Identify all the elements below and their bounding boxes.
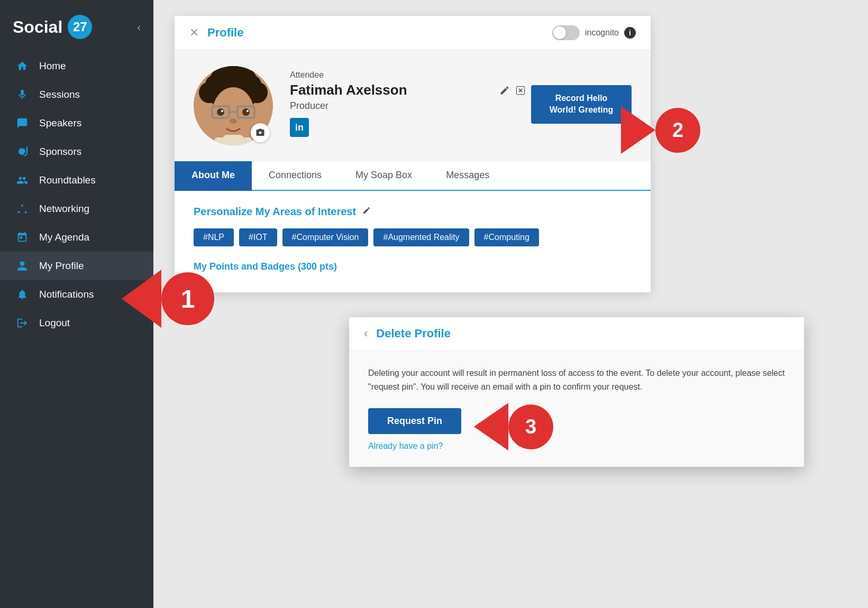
incognito-toggle[interactable] [552, 25, 580, 40]
callout-1: 1 [122, 270, 214, 328]
delete-profile-button[interactable] [515, 85, 526, 98]
sidebar-item-home[interactable]: Home [0, 52, 153, 80]
request-pin-button[interactable]: Request Pin [368, 408, 461, 434]
profile-name: Fatimah Axelsson [290, 82, 482, 98]
sidebar-item-label-roundtables: Roundtables [39, 174, 96, 186]
callout-2-arrow [621, 106, 655, 154]
sidebar: Social 27 ‹ Home Sessions Speakers [0, 0, 153, 608]
info-icon[interactable]: i [624, 27, 636, 39]
areas-of-interest-header: Personalize My Areas of Interest [194, 206, 632, 218]
panel-header: ✕ Profile incognito i [175, 16, 651, 50]
sidebar-item-label-speakers: Speakers [39, 117, 81, 129]
sidebar-nav: Home Sessions Speakers Sponsors Roundtab [0, 52, 153, 608]
profile-details: Attendee Fatimah Axelsson Producer in [290, 66, 482, 137]
profile-actions: 2 Record Hello World! Greeting [499, 85, 632, 124]
sidebar-item-label-myprofile: My Profile [39, 260, 84, 272]
social-icons: in [290, 118, 482, 137]
logout-icon [15, 317, 30, 329]
callout-3: 3 [474, 403, 553, 450]
modal-back-button[interactable]: ‹ [364, 327, 368, 340]
tab-connections[interactable]: Connections [252, 161, 339, 191]
already-have-pin-link[interactable]: Already have a pin? [368, 441, 785, 451]
home-icon [15, 60, 30, 72]
sidebar-item-sponsors[interactable]: Sponsors [0, 137, 153, 166]
sidebar-item-label-sessions: Sessions [39, 89, 80, 100]
logo-badge: 27 [68, 15, 92, 39]
svg-point-0 [21, 205, 23, 207]
sidebar-item-label-sponsors: Sponsors [39, 146, 81, 158]
tag-augmented-reality: #Augmented Reality [373, 228, 469, 246]
tag-nlp: #NLP [194, 228, 234, 246]
sidebar-item-label-logout: Logout [39, 317, 70, 329]
tabs-bar: About Me Connections My Soap Box Message… [175, 161, 651, 191]
tag-computer-vision: #Computer Vision [282, 228, 369, 246]
svg-point-17 [221, 110, 223, 112]
profile-panel: ✕ Profile incognito i [175, 16, 651, 292]
face-icon [15, 260, 30, 272]
sidebar-logo-area: Social 27 ‹ [0, 0, 153, 52]
modal-header: ‹ Delete Profile [349, 317, 804, 351]
delete-profile-modal: ‹ Delete Profile Deleting your account w… [349, 317, 804, 467]
sidebar-item-label-networking: Networking [39, 203, 89, 215]
modal-title: Delete Profile [376, 327, 451, 340]
areas-of-interest-title: Personalize My Areas of Interest [194, 206, 356, 218]
camera-badge[interactable] [251, 123, 270, 142]
callout-3-arrow [474, 403, 508, 450]
interest-tags: #NLP #IOT #Computer Vision #Augmented Re… [194, 228, 632, 246]
incognito-label: incognito [585, 28, 619, 38]
profile-content: Personalize My Areas of Interest #NLP #I… [175, 191, 651, 292]
sidebar-item-roundtables[interactable]: Roundtables [0, 166, 153, 195]
bell-icon [15, 289, 30, 300]
main-area: ✕ Profile incognito i [153, 0, 868, 608]
profile-info-section: Attendee Fatimah Axelsson Producer in 2 [175, 50, 651, 161]
tab-messages[interactable]: Messages [429, 161, 506, 191]
logo-text: Social [13, 19, 62, 35]
profile-role: Producer [290, 100, 482, 112]
svg-point-18 [246, 110, 249, 112]
points-badges-label: My Points and Badges (300 pts) [194, 261, 632, 272]
callout-2-circle: 2 [655, 108, 700, 153]
sidebar-collapse-icon[interactable]: ‹ [137, 21, 141, 33]
tab-about-me[interactable]: About Me [175, 161, 252, 191]
sponsors-icon [15, 146, 30, 158]
tab-my-soap-box[interactable]: My Soap Box [339, 161, 429, 191]
svg-point-2 [25, 211, 27, 214]
callout-1-arrow [122, 270, 161, 328]
networking-icon [15, 203, 30, 215]
record-hello-world-button[interactable]: Record Hello World! Greeting [531, 85, 632, 124]
sidebar-item-label-notifications: Notifications [39, 289, 94, 300]
tag-iot: #IOT [239, 228, 277, 246]
svg-point-16 [242, 108, 250, 116]
svg-rect-21 [223, 135, 244, 145]
svg-point-10 [222, 66, 245, 88]
incognito-area: incognito i [552, 25, 636, 40]
linkedin-icon[interactable]: in [290, 118, 309, 137]
sidebar-item-label-myagenda: My Agenda [39, 232, 89, 243]
sidebar-item-networking[interactable]: Networking [0, 195, 153, 223]
sidebar-item-myagenda[interactable]: My Agenda [0, 223, 153, 252]
sidebar-item-label-home: Home [39, 60, 66, 72]
tag-computing: #Computing [474, 228, 539, 246]
edit-profile-button[interactable] [499, 85, 510, 99]
svg-point-15 [217, 108, 224, 116]
roundtables-icon [15, 174, 30, 186]
areas-edit-icon[interactable] [362, 206, 371, 217]
attendee-label: Attendee [290, 70, 482, 80]
svg-point-9 [242, 75, 261, 94]
panel-title: Profile [207, 26, 552, 40]
modal-body: Deleting your account will result in per… [349, 351, 804, 467]
callout-3-circle: 3 [508, 404, 553, 449]
callout-2: 2 [621, 106, 700, 154]
avatar-wrapper [194, 66, 273, 145]
svg-point-8 [205, 75, 224, 94]
callout-1-circle: 1 [161, 272, 214, 325]
svg-point-19 [230, 118, 237, 124]
calendar-icon [15, 232, 30, 243]
speakers-icon [15, 117, 30, 129]
modal-description: Deleting your account will result in per… [368, 366, 785, 393]
sidebar-item-speakers[interactable]: Speakers [0, 109, 153, 137]
mic-icon [15, 89, 30, 100]
close-icon[interactable]: ✕ [189, 26, 199, 40]
svg-point-1 [18, 211, 20, 214]
sidebar-item-sessions[interactable]: Sessions [0, 80, 153, 109]
